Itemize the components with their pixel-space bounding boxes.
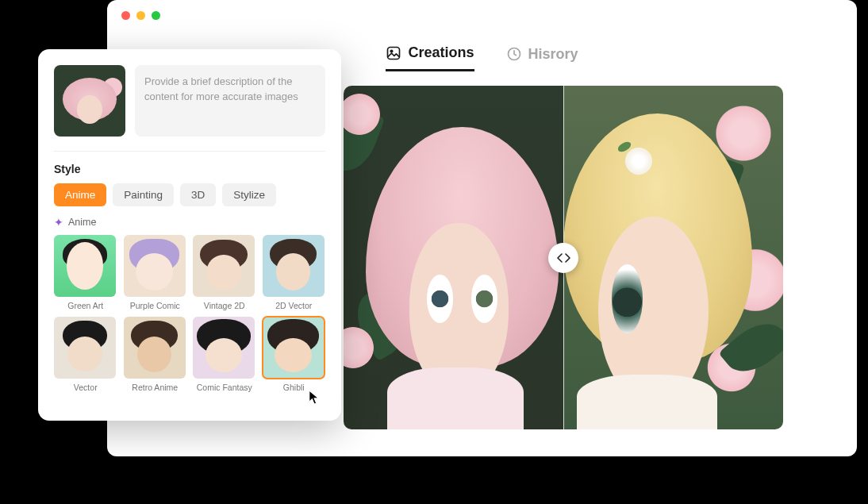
style-card-vector[interactable]: Vector <box>54 317 117 392</box>
style-thumb <box>54 317 116 379</box>
tab-creations-label: Creations <box>408 44 474 61</box>
chip-painting[interactable]: Painting <box>113 183 174 206</box>
clock-icon <box>506 46 522 62</box>
style-thumb <box>193 235 255 297</box>
chip-3d[interactable]: 3D <box>180 183 216 206</box>
window-controls <box>121 11 160 20</box>
preview-original <box>344 86 563 429</box>
style-thumb <box>54 235 116 297</box>
style-thumb <box>124 235 186 297</box>
chip-anime[interactable]: Anime <box>54 183 106 206</box>
style-card-label: Green Art <box>54 301 117 310</box>
svg-rect-0 <box>388 47 400 59</box>
image-icon <box>386 45 401 61</box>
style-thumb <box>193 317 255 379</box>
divider <box>54 151 325 152</box>
style-card-purple-comic[interactable]: Purple Comic <box>124 235 187 310</box>
generated-image <box>563 86 783 429</box>
close-window-button[interactable] <box>121 11 130 20</box>
style-grid: Green Art Purple Comic Vintage 2D 2D Vec… <box>54 235 325 392</box>
svg-point-1 <box>391 50 394 52</box>
style-card-vintage-2d[interactable]: Vintage 2D <box>193 235 256 310</box>
comparison-preview <box>344 86 783 429</box>
style-thumb <box>263 235 325 297</box>
chip-stylize[interactable]: Stylize <box>222 183 276 206</box>
style-thumb <box>124 317 186 379</box>
style-panel: Provide a brief description of the conte… <box>38 49 341 421</box>
tab-creations[interactable]: Creations <box>386 44 474 71</box>
style-thumb <box>263 317 325 379</box>
style-card-label: Vector <box>54 383 117 392</box>
substyle-header: ✦ Anime <box>54 216 325 229</box>
style-card-green-art[interactable]: Green Art <box>54 235 117 310</box>
tab-history[interactable]: Hisrory <box>506 44 578 71</box>
style-card-label: Retro Anime <box>124 383 187 392</box>
style-card-label: 2D Vector <box>263 301 326 310</box>
sparkle-icon: ✦ <box>54 216 63 229</box>
style-card-label: Ghibli <box>263 383 326 392</box>
style-card-label: Purple Comic <box>124 301 187 310</box>
maximize-window-button[interactable] <box>152 11 160 20</box>
comparison-slider-handle[interactable] <box>548 243 578 273</box>
substyle-label: Anime <box>68 217 96 228</box>
uploaded-thumbnail[interactable] <box>54 65 125 137</box>
style-card-ghibli[interactable]: Ghibli <box>263 317 326 392</box>
original-image <box>344 86 563 429</box>
chevron-left-icon <box>557 253 563 263</box>
style-card-label: Vintage 2D <box>193 301 256 310</box>
prompt-textarea[interactable]: Provide a brief description of the conte… <box>135 65 325 137</box>
style-category-chips: Anime Painting 3D Stylize <box>54 183 325 206</box>
preview-generated <box>563 86 783 429</box>
style-card-2d-vector[interactable]: 2D Vector <box>263 235 326 310</box>
style-card-retro-anime[interactable]: Retro Anime <box>124 317 187 392</box>
style-section-label: Style <box>54 163 325 175</box>
style-card-label: Comic Fantasy <box>193 383 256 392</box>
minimize-window-button[interactable] <box>136 11 145 20</box>
tab-history-label: Hisrory <box>528 46 578 63</box>
style-card-comic-fantasy[interactable]: Comic Fantasy <box>193 317 256 392</box>
chevron-right-icon <box>564 253 570 263</box>
input-row: Provide a brief description of the conte… <box>54 65 325 137</box>
